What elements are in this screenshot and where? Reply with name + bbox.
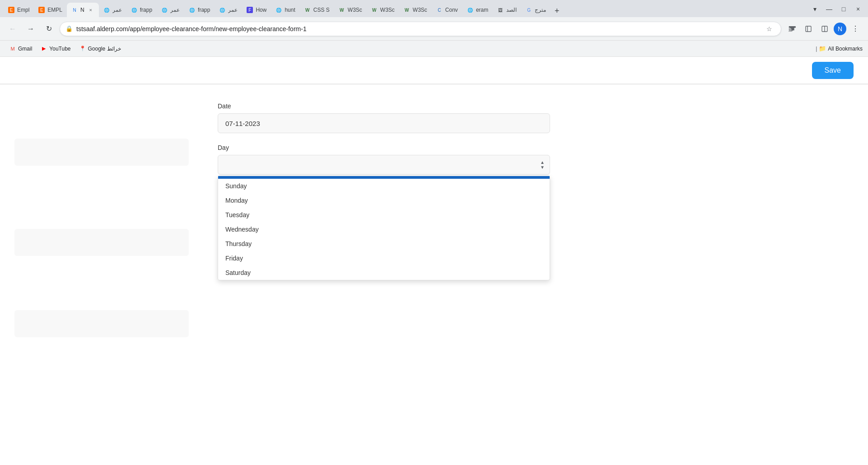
tab-12[interactable]: W W3Sc: [334, 3, 367, 17]
tab-11-favicon: W: [304, 7, 311, 13]
date-field-group: Date: [218, 102, 550, 133]
tab-17[interactable]: 🖼 الصد: [493, 3, 521, 17]
tab-15-favicon: C: [436, 7, 443, 13]
url-display: tstsaaf.alderp.com/app/employee-clearanc…: [76, 25, 759, 33]
tab-5-label: frapp: [140, 7, 152, 13]
tab-16-label: eram: [476, 7, 488, 13]
bookmarks-folder-icon: 📁: [819, 45, 826, 52]
tab-1[interactable]: E Empl: [4, 3, 34, 17]
separator: |: [816, 46, 817, 52]
tab-3-active[interactable]: N N ×: [67, 3, 99, 17]
tab-1-favicon: E: [8, 7, 14, 13]
day-option-thursday[interactable]: Thursday: [218, 237, 550, 251]
close-button[interactable]: ×: [852, 3, 864, 15]
tab-3-label: N: [80, 7, 84, 13]
browser-frame: E Empl E EMPL N N × 🌐 عمر 🌐 frapp 🌐 عمر …: [0, 0, 868, 465]
svg-rect-0: [806, 26, 811, 32]
tab-12-favicon: W: [339, 7, 345, 13]
tab-18[interactable]: G مترج: [521, 3, 551, 17]
tab-6[interactable]: 🌐 عمر: [157, 3, 184, 17]
forward-button[interactable]: →: [23, 22, 38, 36]
tab-16-favicon: 🌐: [467, 7, 473, 13]
bookmark-gmail-label: Gmail: [18, 46, 32, 52]
bookmark-star-button[interactable]: ☆: [763, 23, 775, 35]
tab-11[interactable]: W CSS S: [300, 3, 334, 17]
toolbar-right: N ⋮: [785, 22, 863, 36]
sidebar-block-3: [14, 310, 189, 337]
reload-button[interactable]: ↻: [42, 22, 56, 36]
tab-8-label: عمر: [228, 7, 238, 13]
tab-6-label: عمر: [170, 7, 180, 13]
tab-8[interactable]: 🌐 عمر: [215, 3, 242, 17]
form-area: Date Day ▲ ▼: [0, 84, 868, 363]
tab-10[interactable]: 🌐 hunt: [271, 3, 299, 17]
tab-4-label: عمر: [112, 7, 122, 13]
day-option-saturday[interactable]: Saturday: [218, 265, 550, 280]
day-option-tuesday[interactable]: Tuesday: [218, 208, 550, 222]
tab-2-favicon: E: [38, 7, 45, 13]
form-sidebar: [0, 102, 203, 344]
maximize-button[interactable]: □: [837, 3, 850, 15]
tab-9-label: How: [256, 7, 266, 13]
tab-5-favicon: 🌐: [131, 7, 137, 13]
form-main: Date Day ▲ ▼: [203, 102, 565, 344]
profile-avatar[interactable]: N: [834, 23, 846, 35]
bookmark-youtube[interactable]: ▶ YouTube: [37, 43, 74, 54]
tab-17-label: الصد: [506, 7, 517, 13]
tab-12-label: W3Sc: [348, 7, 362, 13]
bookmarks-bar: M Gmail ▶ YouTube 📍 Google خرائط | 📁 All…: [0, 41, 868, 57]
sidebar-block-1: [14, 139, 189, 166]
all-bookmarks-label: All Bookmarks: [828, 46, 863, 52]
day-option-sunday[interactable]: Sunday: [218, 179, 550, 193]
save-button[interactable]: Save: [812, 62, 854, 79]
bookmark-maps[interactable]: 📍 Google خرائط: [75, 43, 125, 54]
tab-7[interactable]: 🌐 frapp: [184, 3, 215, 17]
day-select[interactable]: ▲ ▼: [218, 155, 550, 175]
bookmarks-right: | 📁 All Bookmarks: [816, 45, 863, 52]
tab-15[interactable]: C Conv: [432, 3, 462, 17]
tab-1-label: Empl: [17, 7, 29, 13]
bookmark-youtube-label: YouTube: [49, 46, 70, 52]
tab-18-label: مترج: [535, 7, 546, 13]
tab-bar: E Empl E EMPL N N × 🌐 عمر 🌐 frapp 🌐 عمر …: [0, 0, 868, 17]
tab-bar-actions: ▾ — □ ×: [808, 3, 864, 17]
tab-11-label: CSS S: [313, 7, 330, 13]
sidebar-button[interactable]: [801, 22, 816, 36]
tab-13[interactable]: W W3Sc: [367, 3, 399, 17]
tab-13-favicon: W: [371, 7, 378, 13]
day-field-group: Day ▲ ▼ Sunday: [218, 144, 550, 175]
day-option-monday[interactable]: Monday: [218, 193, 550, 208]
tab-10-favicon: 🌐: [275, 7, 282, 13]
tab-4[interactable]: 🌐 عمر: [99, 3, 126, 17]
address-bar[interactable]: 🔒 tstsaaf.alderp.com/app/employee-cleara…: [60, 22, 781, 36]
menu-button[interactable]: ⋮: [848, 22, 863, 36]
day-option-friday[interactable]: Friday: [218, 251, 550, 265]
tab-17-favicon: 🖼: [497, 7, 504, 13]
sidebar-block-2: [14, 229, 189, 256]
tab-5[interactable]: 🌐 frapp: [126, 3, 157, 17]
select-arrows-icon: ▲ ▼: [540, 160, 545, 170]
tab-9[interactable]: F How: [242, 3, 271, 17]
tab-7-favicon: 🌐: [189, 7, 195, 13]
tab-9-favicon: F: [247, 7, 253, 13]
date-label: Date: [218, 102, 550, 110]
new-tab-button[interactable]: +: [551, 5, 563, 17]
day-label: Day: [218, 144, 550, 151]
tab-16[interactable]: 🌐 eram: [462, 3, 493, 17]
tab-2-label: EMPL: [47, 7, 62, 13]
day-option-wednesday[interactable]: Wednesday: [218, 222, 550, 237]
tab-8-favicon: 🌐: [219, 7, 225, 13]
gmail-favicon: M: [9, 45, 16, 52]
tab-14[interactable]: W W3Sc: [399, 3, 432, 17]
minimize-button[interactable]: —: [823, 3, 835, 15]
tab-14-favicon: W: [404, 7, 410, 13]
tab-3-close[interactable]: ×: [87, 6, 94, 14]
tab-2[interactable]: E EMPL: [34, 3, 67, 17]
tab-list-button[interactable]: ▾: [808, 3, 821, 15]
split-button[interactable]: [817, 22, 832, 36]
date-input[interactable]: [218, 113, 550, 133]
tab-15-label: Conv: [445, 7, 458, 13]
cast-button[interactable]: [785, 22, 799, 36]
bookmark-gmail[interactable]: M Gmail: [5, 43, 36, 54]
back-button[interactable]: ←: [5, 22, 20, 36]
